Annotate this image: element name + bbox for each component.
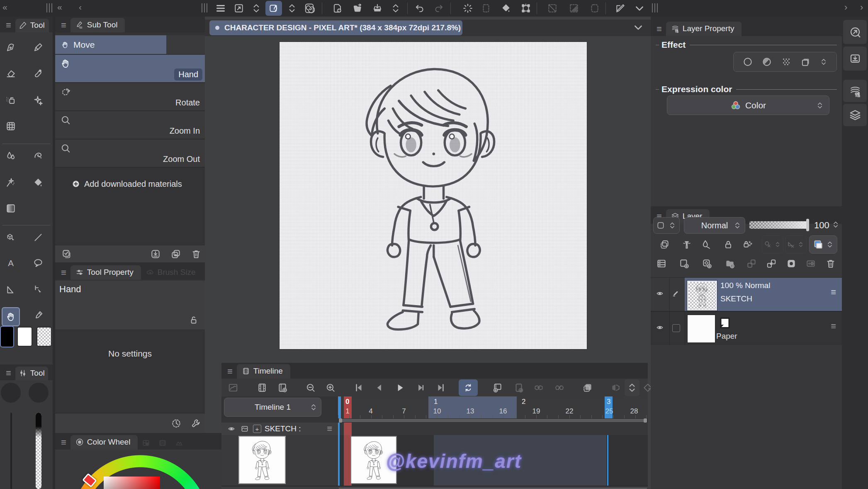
transfer-to-layer-button[interactable]: [743, 256, 760, 271]
brush-size-tab[interactable]: Brush Size: [141, 265, 203, 280]
clip-studio-logo-button[interactable]: [301, 1, 318, 16]
gradient-tab[interactable]: [171, 436, 187, 450]
delete-layer-button[interactable]: [822, 256, 839, 271]
track-layer-thumbnail[interactable]: [238, 436, 286, 484]
color-history-tab[interactable]: [154, 436, 171, 450]
timeline-zoom-out-button[interactable]: [302, 380, 319, 395]
new-layer-folder-button[interactable]: [722, 256, 738, 271]
blend-mode-dropdown[interactable]: Normal: [684, 217, 745, 234]
expand-right-button[interactable]: ›: [844, 2, 847, 13]
save-chevrons[interactable]: [387, 1, 404, 16]
lock-layer-button[interactable]: [720, 237, 737, 252]
touch-chevrons[interactable]: [284, 1, 300, 16]
fill-selection-button[interactable]: [566, 1, 582, 16]
new-vector-layer-button[interactable]: [699, 256, 715, 271]
frame-border-tool[interactable]: [2, 282, 19, 297]
main-menu-button[interactable]: [212, 1, 229, 16]
pen-tool[interactable]: [2, 40, 19, 55]
timeline-zoom-in-button[interactable]: [322, 380, 339, 395]
save-button[interactable]: [369, 1, 386, 16]
layer-visibility-eye-icon[interactable]: [656, 289, 664, 298]
brush-size-preview-2[interactable]: [29, 383, 49, 403]
auto-select-wand-button[interactable]: [460, 1, 476, 16]
sv-square[interactable]: [104, 477, 160, 489]
fill-tool-button[interactable]: [498, 1, 514, 16]
paper-layer-thumbnail[interactable]: [687, 315, 715, 343]
tool-settings-button[interactable]: [188, 416, 204, 431]
sub-tool-group-move[interactable]: Move: [55, 34, 205, 54]
tool-size-panel-menu-icon[interactable]: ≡: [0, 369, 15, 380]
touch-gesture-button[interactable]: [265, 1, 282, 16]
reference-layer-button[interactable]: [678, 237, 695, 252]
layer-row-sketch[interactable]: 100 % Normal SKETCH ≡: [651, 278, 842, 312]
delete-subtool-button[interactable]: [188, 247, 204, 262]
track-expand-button[interactable]: +: [253, 425, 261, 433]
track-thumbnail-icon[interactable]: [241, 425, 249, 433]
layer-property-shortcut-button[interactable]: [843, 80, 867, 102]
size-slider[interactable]: [10, 413, 12, 489]
border-effect-button[interactable]: [742, 56, 753, 67]
layer-row-paper[interactable]: Paper ≡: [651, 312, 842, 345]
timeline-toolbar-chevrons[interactable]: [625, 379, 639, 396]
figure-line-tool[interactable]: [30, 230, 46, 245]
fill-tool[interactable]: [30, 175, 46, 190]
opacity-value[interactable]: 100: [814, 220, 829, 231]
loop-playback-button[interactable]: [459, 379, 478, 396]
toolbar-end-handle-icon[interactable]: [652, 3, 658, 12]
tool-property-menu-icon[interactable]: ≡: [55, 268, 71, 280]
canvas[interactable]: [280, 42, 587, 349]
new-animation-folder-button[interactable]: [489, 380, 506, 395]
new-canvas-button[interactable]: [329, 1, 346, 16]
opacity-slider[interactable]: [36, 413, 41, 489]
sub-tool-item-zoom-in[interactable]: Zoom In: [55, 111, 205, 139]
play-button[interactable]: [391, 380, 408, 395]
merge-down-button[interactable]: [763, 256, 780, 271]
link-cels-button[interactable]: [530, 380, 547, 395]
download-materials-shortcut-button[interactable]: [843, 46, 867, 71]
hand-tool[interactable]: [2, 307, 20, 326]
sketch-layer-thumbnail[interactable]: [687, 281, 717, 311]
timeline-tab[interactable]: Timeline: [237, 364, 290, 379]
text-tool[interactable]: A: [2, 256, 19, 271]
layer-checkbox[interactable]: [672, 324, 680, 332]
sub-tool-item-hand[interactable]: Hand: [55, 55, 205, 83]
eraser-tool[interactable]: [2, 66, 19, 81]
tool-size-panel-tab[interactable]: Tool: [15, 367, 48, 380]
lock-transparent-pixels-button[interactable]: [739, 237, 756, 252]
manage-subtools-button[interactable]: [58, 247, 75, 262]
unlink-cels-button[interactable]: [551, 380, 568, 395]
track-menu-icon[interactable]: ≡: [327, 424, 338, 433]
timeline-selector[interactable]: Timeline 1: [224, 398, 321, 417]
tool-panel-tab[interactable]: Tool: [15, 19, 49, 32]
range-bar-left-handle[interactable]: [339, 418, 342, 423]
duplicate-subtool-button[interactable]: [168, 247, 184, 262]
go-to-end-button[interactable]: [433, 380, 449, 395]
add-downloaded-materials-button[interactable]: Add downloaded materials: [55, 174, 205, 193]
object-tool[interactable]: [2, 230, 19, 245]
layer-row-menu-icon[interactable]: ≡: [825, 288, 840, 299]
track-visibility-eye-icon[interactable]: [227, 425, 236, 433]
expression-color-dropdown[interactable]: Color: [667, 95, 829, 115]
draft-layer-button[interactable]: [698, 237, 715, 252]
sub-tool-item-rotate[interactable]: Rotate: [55, 83, 205, 111]
tool-property-tab[interactable]: Tool Property: [71, 265, 141, 280]
layer-color-effect-button[interactable]: [800, 56, 811, 67]
sub-tool-menu-icon[interactable]: ≡: [55, 21, 71, 32]
convert-selection-button[interactable]: [544, 1, 561, 16]
color-wheel-tab[interactable]: Color Wheel: [71, 435, 138, 450]
onion-skin-button[interactable]: [579, 380, 596, 395]
toolbar-collapse-chevron[interactable]: [631, 1, 648, 16]
main-color-swatch[interactable]: [0, 326, 14, 347]
eyedropper-tool[interactable]: [30, 308, 46, 323]
timeline-range-bar[interactable]: [338, 418, 648, 423]
opacity-chevrons[interactable]: [832, 220, 840, 229]
layer-row-menu-icon[interactable]: ≡: [825, 322, 840, 333]
clear-selection-button[interactable]: [586, 1, 603, 16]
gradient-tool[interactable]: [2, 201, 19, 216]
quick-access-button[interactable]: [843, 20, 867, 44]
liquify-tool[interactable]: [30, 149, 46, 164]
fullscreen-button[interactable]: [231, 1, 247, 16]
layer-color-group[interactable]: [809, 235, 837, 254]
new-cel-button[interactable]: [511, 380, 527, 395]
layer-visibility-eye-icon[interactable]: [656, 323, 664, 332]
